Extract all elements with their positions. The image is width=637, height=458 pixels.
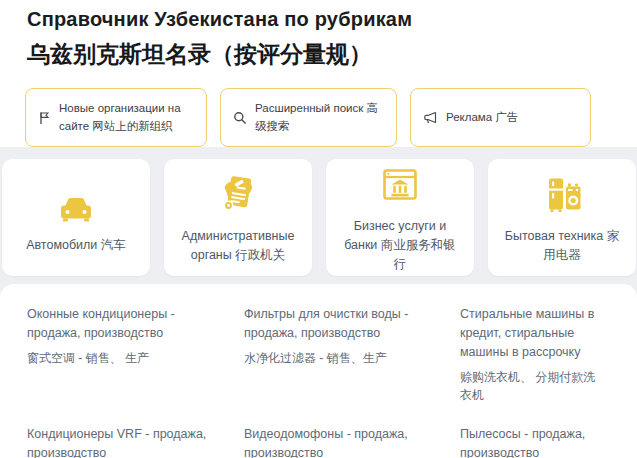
category-card-label: Административные органы 行政机关: [164, 227, 312, 265]
quick-link-label-zh: 广告: [495, 111, 518, 123]
rubric-link-zh[interactable]: 水净化过滤器 - 销售、生产: [244, 349, 446, 367]
quick-link-label: Новые организации на сайте 网站上的新组织: [59, 100, 194, 136]
rubric-link-ru[interactable]: Кондиционеры VRF - продажа, производство: [27, 425, 230, 458]
page-title-zh: 乌兹别克斯坦名录（按评分量规）: [27, 39, 627, 70]
quick-link-label-ru: Расширенный поиск: [255, 102, 363, 114]
new-organizations-button[interactable]: Новые организации на сайте 网站上的新组织: [25, 88, 207, 147]
rubric-item-vacuum-cleaners: Пылесосы - продажа, производство 真空吸尘器 -…: [460, 425, 611, 458]
categories-section: Автомобили 汽车 Административные органы 行政…: [0, 147, 637, 458]
quick-link-label: Реклама 广告: [446, 109, 578, 127]
category-label-ru: Бытовая техника: [505, 229, 604, 243]
category-label-zh: 行政机关: [235, 248, 285, 262]
category-card-automobiles[interactable]: Автомобили 汽车: [2, 159, 150, 276]
rubric-link-ru[interactable]: Оконные кондиционеры - продажа, производ…: [27, 305, 230, 343]
quick-link-label-zh: 网站上的新组织: [92, 120, 173, 132]
category-card-household-appliances[interactable]: Бытовая техника 家用电器: [488, 159, 636, 276]
rubric-link-ru[interactable]: Пылесосы - продажа, производство: [460, 425, 597, 458]
administrative-doc-icon: [218, 171, 258, 213]
page-header: Справочник Узбекистана по рубрикам 乌兹别克斯…: [0, 0, 637, 147]
rubric-item-video-intercoms: Видеодомофоны - продажа, производство 可视…: [244, 425, 460, 458]
rubric-link-zh[interactable]: 窗式空调 - 销售、 生产: [27, 349, 230, 367]
category-card-administrative-organs[interactable]: Административные органы 行政机关: [164, 159, 312, 276]
category-card-business-services-banks[interactable]: Бизнес услуги и банки 商业服务和银行: [326, 159, 474, 276]
rubric-item-window-air-conditioners: Оконные кондиционеры - продажа, производ…: [27, 305, 244, 404]
directory-page: Справочник Узбекистана по рубрикам 乌兹别克斯…: [0, 0, 637, 458]
page-title-ru: Справочник Узбекистана по рубрикам: [27, 8, 627, 31]
rubric-link-zh[interactable]: 赊购洗衣机、 分期付款洗衣机: [460, 368, 597, 404]
rubric-links-panel: Оконные кондиционеры - продажа, производ…: [0, 284, 637, 458]
quick-link-label: Расширенный поиск 高级搜索: [255, 100, 384, 136]
category-card-label: Автомобили 汽车: [14, 236, 138, 255]
rubric-link-ru[interactable]: Фильтры для очистки воды - продажа, прои…: [244, 305, 446, 343]
category-card-label: Бытовая техника 家用电器: [488, 227, 636, 265]
rubric-link-ru[interactable]: Видеодомофоны - продажа, производство: [244, 425, 446, 458]
megaphone-icon: [423, 111, 438, 125]
category-label-zh: 汽车: [101, 238, 126, 252]
rubric-item-water-filters: Фильтры для очистки воды - продажа, прои…: [244, 305, 460, 404]
quick-links-row: Новые организации на сайте 网站上的新组织 Расши…: [25, 88, 627, 147]
rubric-item-washing-machines-credit: Стиральные машины в кредит, стиральные м…: [460, 305, 611, 404]
category-label-ru: Автомобили: [26, 238, 97, 252]
category-label-zh: 商业服务和银行: [381, 238, 456, 271]
category-cards-row: Автомобили 汽车 Административные органы 行政…: [0, 159, 637, 276]
advanced-search-button[interactable]: Расширенный поиск 高级搜索: [220, 88, 397, 147]
category-card-label: Бизнес услуги и банки 商业服务和银行: [326, 217, 474, 273]
advertising-button[interactable]: Реклама 广告: [410, 88, 591, 147]
search-icon: [233, 111, 247, 125]
rubric-item-vrf-air-conditioners: Кондиционеры VRF - продажа, производство…: [27, 425, 244, 458]
appliances-icon: [543, 171, 581, 213]
flag-icon: [38, 111, 51, 125]
bank-window-icon: [380, 161, 420, 203]
car-icon: [57, 180, 95, 222]
quick-link-label-ru: Реклама: [446, 111, 492, 123]
rubric-link-ru[interactable]: Стиральные машины в кредит, стиральные м…: [460, 305, 597, 362]
